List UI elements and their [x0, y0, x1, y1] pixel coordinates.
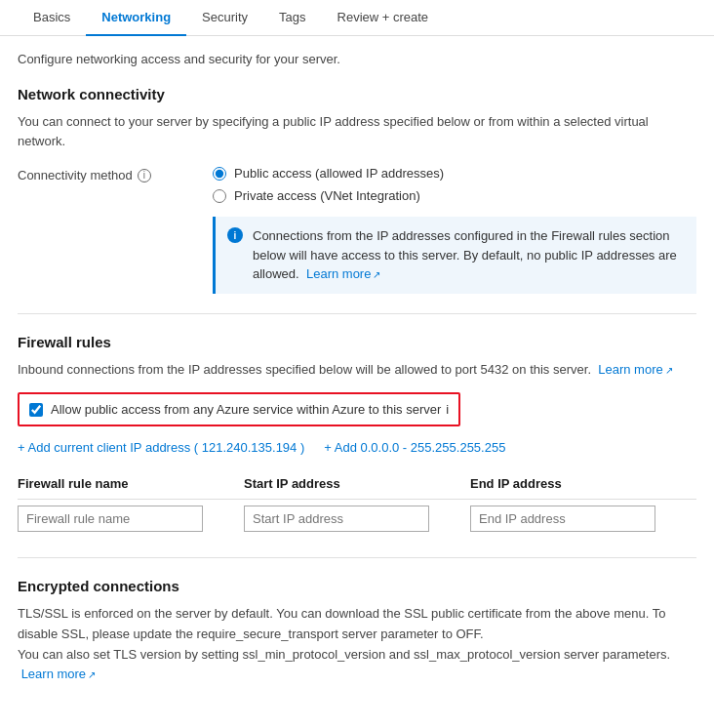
network-connectivity-section: Network connectivity You can connect to …: [18, 86, 696, 294]
section-divider-2: [18, 557, 696, 558]
firewall-external-link-icon: ↗: [665, 363, 673, 378]
encrypted-connections-title: Encrypted connections: [18, 578, 696, 594]
encrypted-external-link-icon: ↗: [88, 667, 96, 683]
col-header-rule-name: Firewall rule name: [18, 470, 244, 500]
network-connectivity-description: You can connect to your server by specif…: [18, 112, 696, 150]
radio-private-label: Private access (VNet Integration): [234, 188, 420, 203]
firewall-rules-table: Firewall rule name Start IP address End …: [18, 470, 696, 538]
external-link-icon: ↗: [373, 267, 380, 282]
encrypted-connections-description: TLS/SSL is enforced on the server by def…: [18, 604, 696, 685]
main-content: Configure networking access and security…: [0, 36, 714, 701]
firewall-rule-name-cell: [18, 500, 244, 539]
connectivity-method-label: Connectivity method i: [18, 166, 213, 182]
connectivity-info-box: i Connections from the IP addresses conf…: [213, 217, 696, 294]
connectivity-info-text: Connections from the IP addresses config…: [253, 226, 685, 284]
allow-azure-services-checkbox[interactable]: [29, 403, 43, 417]
end-ip-input[interactable]: [470, 506, 655, 532]
azure-services-info-icon[interactable]: i: [446, 402, 449, 417]
firewall-rules-description: Inbound connections from the IP addresse…: [18, 360, 696, 380]
firewall-learn-more-link[interactable]: Learn more↗: [598, 362, 672, 377]
connectivity-method-info-icon[interactable]: i: [138, 169, 151, 182]
page-description: Configure networking access and security…: [18, 52, 696, 66]
radio-public-label: Public access (allowed IP addresses): [234, 166, 444, 181]
radio-public-access[interactable]: Public access (allowed IP addresses): [213, 166, 444, 181]
tab-networking[interactable]: Networking: [86, 0, 186, 36]
firewall-rules-section: Firewall rules Inbound connections from …: [18, 334, 696, 539]
add-range-link[interactable]: + Add 0.0.0.0 - 255.255.255.255: [324, 440, 505, 455]
connectivity-radio-group: Public access (allowed IP addresses) Pri…: [213, 166, 444, 203]
end-ip-cell: [470, 500, 696, 539]
info-circle-icon: i: [227, 227, 243, 243]
radio-private-access[interactable]: Private access (VNet Integration): [213, 188, 444, 203]
section-divider-1: [18, 313, 696, 314]
tab-security[interactable]: Security: [186, 0, 263, 36]
connectivity-method-row: Connectivity method i Public access (all…: [18, 166, 696, 203]
firewall-table-row: [18, 500, 696, 539]
firewall-rules-title: Firewall rules: [18, 334, 696, 350]
allow-azure-services-checkbox-row: Allow public access from any Azure servi…: [18, 392, 460, 426]
radio-public-input[interactable]: [213, 167, 226, 181]
radio-private-input[interactable]: [213, 189, 226, 203]
col-header-start-ip: Start IP address: [244, 470, 470, 500]
tab-basics[interactable]: Basics: [18, 0, 86, 36]
encrypted-learn-more-link[interactable]: Learn more↗: [21, 667, 96, 681]
network-connectivity-title: Network connectivity: [18, 86, 696, 102]
add-current-ip-link[interactable]: + Add current client IP address ( 121.24…: [18, 440, 304, 455]
allow-azure-services-label[interactable]: Allow public access from any Azure servi…: [51, 402, 449, 417]
col-header-end-ip: End IP address: [470, 470, 696, 500]
tab-review-create[interactable]: Review + create: [322, 0, 445, 36]
encrypted-connections-section: Encrypted connections TLS/SSL is enforce…: [18, 578, 696, 685]
firewall-rule-name-input[interactable]: [18, 506, 203, 532]
tab-tags[interactable]: Tags: [263, 0, 321, 36]
start-ip-cell: [244, 500, 470, 539]
firewall-table-header-row: Firewall rule name Start IP address End …: [18, 470, 696, 500]
tab-bar: Basics Networking Security Tags Review +…: [0, 0, 714, 36]
add-ip-links-container: + Add current client IP address ( 121.24…: [18, 440, 696, 455]
connectivity-learn-more-link[interactable]: Learn more↗: [306, 266, 380, 281]
start-ip-input[interactable]: [244, 506, 429, 532]
